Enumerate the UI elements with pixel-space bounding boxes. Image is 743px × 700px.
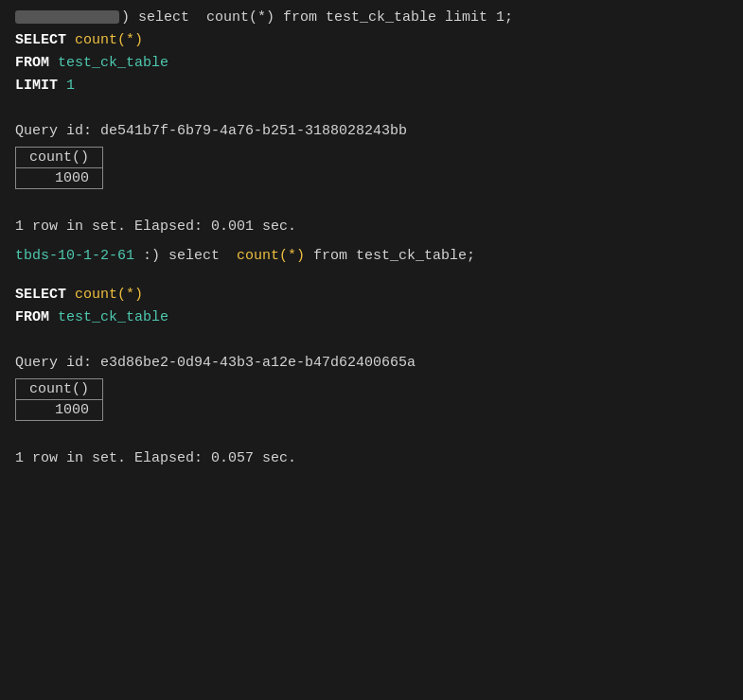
sql-limit-1: LIMIT 1 — [15, 75, 728, 97]
result-cell-2: 1000 — [16, 400, 103, 421]
query-id-1: Query id: de541b7f-6b79-4a76-b251-318802… — [15, 123, 728, 139]
result-table-1: count() 1000 — [15, 147, 103, 189]
terminal-block-2: tbds-10-1-2-61 :) select count(*) from t… — [15, 248, 728, 466]
result-column-header-1: count() — [16, 148, 103, 168]
sql-select-1: SELECT count(*) — [15, 29, 728, 52]
result-row-1: 1000 — [16, 168, 103, 189]
function-count-1: count(*) — [66, 32, 143, 48]
prompt-rest-2: from test_ck_table; — [305, 248, 475, 264]
prompt-static: ) select count(*) from test_ck_table lim… — [121, 9, 513, 26]
sql-from-1: FROM test_ck_table — [15, 52, 728, 75]
terminal-block-1: ) select count(*) from test_ck_table lim… — [15, 9, 728, 235]
result-table-2: count() 1000 — [15, 378, 103, 421]
keyword-limit-1: LIMIT — [15, 78, 58, 94]
sql-select-2: SELECT count(*) — [15, 284, 728, 306]
result-column-header-2: count() — [16, 379, 103, 400]
query-id-2: Query id: e3d86be2-0d94-43b3-a12e-b47d62… — [15, 355, 728, 371]
prompt-host-2: tbds-10-1-2-61 — [15, 248, 134, 264]
keyword-select-1: SELECT — [15, 32, 66, 48]
prompt-line-2: tbds-10-1-2-61 :) select count(*) from t… — [15, 248, 728, 264]
result-row-2: 1000 — [16, 400, 103, 421]
query-id-value-2: e3d86be2-0d94-43b3-a12e-b47d62400665a — [100, 355, 416, 371]
function-count-prompt-2: count(*) — [237, 248, 305, 264]
elapsed-2: 1 row in set. Elapsed: 0.057 sec. — [15, 450, 728, 466]
sql-from-2: FROM test_ck_table — [15, 306, 728, 329]
query-id-value-1: de541b7f-6b79-4a76-b251-3188028243bb — [100, 123, 407, 139]
prompt-line-1: ) select count(*) from test_ck_table lim… — [15, 9, 728, 26]
table-name-1: test_ck_table — [58, 55, 168, 71]
result-cell-1: 1000 — [16, 168, 103, 189]
prompt-colon-2: :) select — [134, 248, 237, 264]
keyword-select-2: SELECT — [15, 287, 66, 303]
elapsed-1: 1 row in set. Elapsed: 0.001 sec. — [15, 219, 728, 235]
query-id-label-2: Query id: — [15, 355, 92, 371]
table-name-2: test_ck_table — [58, 309, 168, 325]
limit-value-1: 1 — [58, 78, 75, 94]
keyword-from-2: FROM — [15, 309, 49, 325]
query-id-label-1: Query id: — [15, 123, 92, 139]
blurred-host — [15, 10, 119, 24]
function-count-2: count(*) — [66, 287, 143, 303]
keyword-from-1: FROM — [15, 55, 49, 71]
